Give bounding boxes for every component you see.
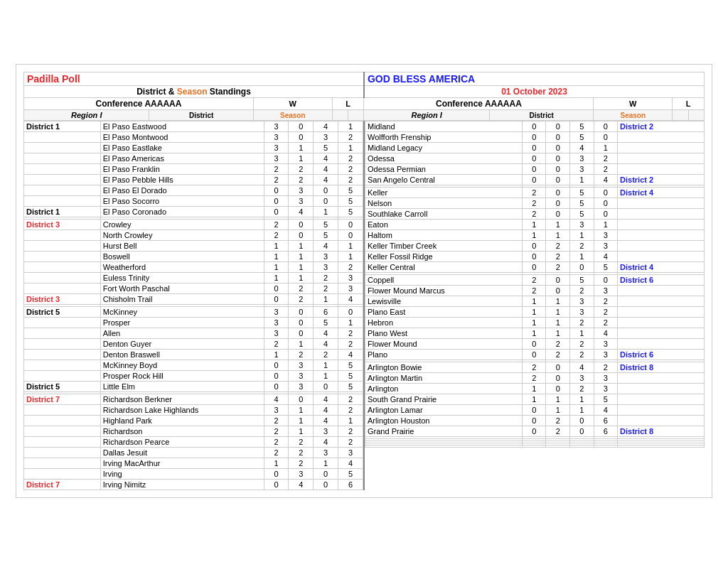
season-wins: 0 <box>314 382 338 392</box>
season-wins: 0 <box>314 480 338 490</box>
team-name: Dallas Jesuit <box>100 448 264 458</box>
team-name: Arlington <box>365 384 523 394</box>
table-row: District 3Crowley2050 <box>24 220 363 230</box>
district-losses: 2 <box>546 252 570 262</box>
table-row: McKinney Boyd0315 <box>24 360 363 371</box>
subtitle-pre: District & <box>136 87 177 97</box>
district-tag <box>618 286 705 296</box>
left-standings: District 1El Paso Eastwood3041El Paso Mo… <box>23 121 365 490</box>
district-label <box>24 318 101 328</box>
right-standings: Midland0050District 2Wolfforth Frenship0… <box>365 121 705 490</box>
district-label <box>24 458 101 469</box>
district-wins: 2 <box>522 275 546 286</box>
season-wins: 5 <box>314 318 338 328</box>
district-wins: 2 <box>522 286 546 296</box>
district-losses: 1 <box>546 318 570 328</box>
right-col-w: W <box>629 99 636 108</box>
team-name: Hebron <box>365 318 523 328</box>
team-name: Fort Worth Paschal <box>100 283 264 294</box>
season-losses: 2 <box>594 307 618 318</box>
district-wins: 2 <box>264 164 289 175</box>
district-losses: 2 <box>546 416 570 426</box>
season-losses: 1 <box>338 252 363 262</box>
district-losses: 0 <box>546 275 570 286</box>
district-tag <box>618 220 705 230</box>
season-wins: 4 <box>314 153 338 164</box>
district-label <box>24 175 101 185</box>
district-label: District 1 <box>24 207 101 217</box>
season-losses: 2 <box>338 164 363 175</box>
district-tag <box>618 241 705 252</box>
district-losses: 0 <box>546 132 570 143</box>
district-tag <box>618 445 705 448</box>
district-label: District 5 <box>24 382 101 392</box>
right-date: 01 October 2023 <box>501 87 567 97</box>
district-label <box>24 143 101 153</box>
district-losses: 2 <box>289 437 314 448</box>
table-row: Southlake Carroll2050 <box>365 209 705 220</box>
district-losses: 0 <box>289 121 314 132</box>
team-name: Irving MacArthur <box>100 458 264 469</box>
season-losses: 3 <box>338 448 363 458</box>
season-wins: 4 <box>314 164 338 175</box>
district-wins: 0 <box>522 143 546 153</box>
team-name: Allen <box>100 328 264 339</box>
season-wins: 3 <box>570 153 594 164</box>
district-wins: 0 <box>522 350 546 360</box>
season-wins: 0 <box>314 469 338 480</box>
table-row: Odessa0032 <box>365 153 705 164</box>
table-row: Keller Central0205District 4 <box>365 262 705 273</box>
table-row: Dallas Jesuit2233 <box>24 448 363 458</box>
table-row: Irving MacArthur1214 <box>24 458 363 469</box>
season-wins: 1 <box>570 328 594 339</box>
table-row: Plano0223District 6 <box>365 350 705 360</box>
season-losses: 3 <box>594 384 618 394</box>
season-losses: 1 <box>338 416 363 426</box>
season-wins: 6 <box>314 307 338 318</box>
season-losses <box>594 445 618 448</box>
table-row: El Paso Socorro0305 <box>24 196 363 207</box>
season-wins: 4 <box>314 405 338 416</box>
team-name: Richardson Pearce <box>100 437 264 448</box>
team-name: Highland Park <box>100 416 264 426</box>
team-name: Plano West <box>365 328 523 339</box>
team-name: Denton Guyer <box>100 339 264 350</box>
season-wins: 3 <box>570 373 594 384</box>
season-losses: 1 <box>594 220 618 230</box>
district-wins: 1 <box>522 296 546 307</box>
district-wins: 3 <box>264 132 289 143</box>
season-losses: 5 <box>338 360 363 371</box>
table-row: Nelson2050 <box>365 198 705 209</box>
table-row: Lewisville1132 <box>365 296 705 307</box>
district-losses: 1 <box>289 252 314 262</box>
team-name: Prosper Rock Hill <box>100 371 264 382</box>
team-name: Midland <box>365 121 523 132</box>
table-row <box>365 445 705 448</box>
table-row: San Angelo Central0014District 2 <box>365 175 705 185</box>
table-row: Flower Mound0223 <box>365 339 705 350</box>
table-row: Denton Braswell1224 <box>24 350 363 360</box>
season-losses: 1 <box>338 143 363 153</box>
district-losses: 3 <box>289 196 314 207</box>
district-wins: 4 <box>264 394 289 405</box>
season-wins: 4 <box>314 241 338 252</box>
district-losses: 1 <box>289 143 314 153</box>
table-row: Allen3042 <box>24 328 363 339</box>
district-wins: 1 <box>522 230 546 241</box>
season-losses: 2 <box>338 339 363 350</box>
district-tag <box>618 143 705 153</box>
table-row: Weatherford1132 <box>24 262 363 273</box>
season-wins: 1 <box>314 371 338 382</box>
team-name: Wolfforth Frenship <box>365 132 523 143</box>
season-wins: 4 <box>314 328 338 339</box>
district-tag <box>618 230 705 241</box>
table-row: Arlington Martin2033 <box>365 373 705 384</box>
district-wins: 0 <box>522 121 546 132</box>
district-tag <box>618 164 705 175</box>
season-losses: 3 <box>594 373 618 384</box>
season-wins: 1 <box>314 360 338 371</box>
district-wins: 0 <box>522 241 546 252</box>
district-losses: 1 <box>546 328 570 339</box>
team-name: Richardson <box>100 426 264 437</box>
district-losses: 0 <box>546 164 570 175</box>
